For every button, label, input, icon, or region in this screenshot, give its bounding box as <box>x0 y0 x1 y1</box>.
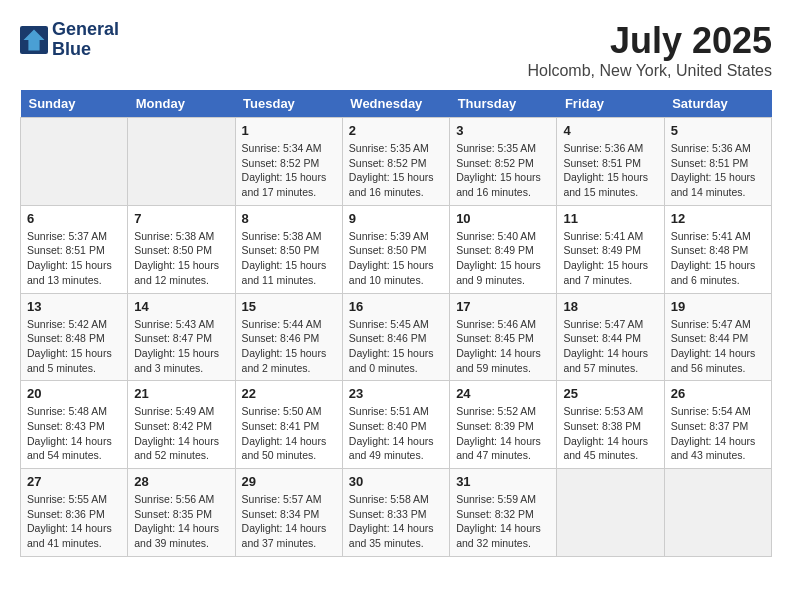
day-number: 21 <box>134 386 228 401</box>
day-info: Sunrise: 5:45 AMSunset: 8:46 PMDaylight:… <box>349 317 443 376</box>
weekday-header-wednesday: Wednesday <box>342 90 449 118</box>
calendar-cell: 28Sunrise: 5:56 AMSunset: 8:35 PMDayligh… <box>128 469 235 557</box>
day-info: Sunrise: 5:40 AMSunset: 8:49 PMDaylight:… <box>456 229 550 288</box>
day-info: Sunrise: 5:43 AMSunset: 8:47 PMDaylight:… <box>134 317 228 376</box>
day-number: 7 <box>134 211 228 226</box>
day-info: Sunrise: 5:41 AMSunset: 8:49 PMDaylight:… <box>563 229 657 288</box>
calendar-week-2: 6Sunrise: 5:37 AMSunset: 8:51 PMDaylight… <box>21 205 772 293</box>
day-number: 9 <box>349 211 443 226</box>
calendar-cell <box>21 118 128 206</box>
day-number: 19 <box>671 299 765 314</box>
calendar-cell: 25Sunrise: 5:53 AMSunset: 8:38 PMDayligh… <box>557 381 664 469</box>
weekday-header-monday: Monday <box>128 90 235 118</box>
calendar-cell: 29Sunrise: 5:57 AMSunset: 8:34 PMDayligh… <box>235 469 342 557</box>
day-number: 5 <box>671 123 765 138</box>
day-info: Sunrise: 5:35 AMSunset: 8:52 PMDaylight:… <box>349 141 443 200</box>
calendar-cell: 19Sunrise: 5:47 AMSunset: 8:44 PMDayligh… <box>664 293 771 381</box>
day-info: Sunrise: 5:52 AMSunset: 8:39 PMDaylight:… <box>456 404 550 463</box>
day-number: 8 <box>242 211 336 226</box>
calendar-body: 1Sunrise: 5:34 AMSunset: 8:52 PMDaylight… <box>21 118 772 557</box>
calendar-cell: 1Sunrise: 5:34 AMSunset: 8:52 PMDaylight… <box>235 118 342 206</box>
day-number: 20 <box>27 386 121 401</box>
calendar-week-3: 13Sunrise: 5:42 AMSunset: 8:48 PMDayligh… <box>21 293 772 381</box>
day-number: 27 <box>27 474 121 489</box>
day-info: Sunrise: 5:47 AMSunset: 8:44 PMDaylight:… <box>671 317 765 376</box>
calendar-cell: 2Sunrise: 5:35 AMSunset: 8:52 PMDaylight… <box>342 118 449 206</box>
weekday-header-sunday: Sunday <box>21 90 128 118</box>
calendar-cell: 6Sunrise: 5:37 AMSunset: 8:51 PMDaylight… <box>21 205 128 293</box>
day-info: Sunrise: 5:58 AMSunset: 8:33 PMDaylight:… <box>349 492 443 551</box>
day-number: 14 <box>134 299 228 314</box>
calendar-cell: 11Sunrise: 5:41 AMSunset: 8:49 PMDayligh… <box>557 205 664 293</box>
calendar-cell: 27Sunrise: 5:55 AMSunset: 8:36 PMDayligh… <box>21 469 128 557</box>
day-info: Sunrise: 5:42 AMSunset: 8:48 PMDaylight:… <box>27 317 121 376</box>
day-number: 10 <box>456 211 550 226</box>
day-info: Sunrise: 5:37 AMSunset: 8:51 PMDaylight:… <box>27 229 121 288</box>
day-info: Sunrise: 5:47 AMSunset: 8:44 PMDaylight:… <box>563 317 657 376</box>
day-info: Sunrise: 5:44 AMSunset: 8:46 PMDaylight:… <box>242 317 336 376</box>
calendar-cell <box>664 469 771 557</box>
calendar-cell: 22Sunrise: 5:50 AMSunset: 8:41 PMDayligh… <box>235 381 342 469</box>
day-info: Sunrise: 5:49 AMSunset: 8:42 PMDaylight:… <box>134 404 228 463</box>
logo-text: General Blue <box>52 20 119 60</box>
title-area: July 2025 Holcomb, New York, United Stat… <box>527 20 772 80</box>
day-info: Sunrise: 5:41 AMSunset: 8:48 PMDaylight:… <box>671 229 765 288</box>
day-number: 3 <box>456 123 550 138</box>
day-info: Sunrise: 5:36 AMSunset: 8:51 PMDaylight:… <box>563 141 657 200</box>
day-info: Sunrise: 5:39 AMSunset: 8:50 PMDaylight:… <box>349 229 443 288</box>
day-number: 16 <box>349 299 443 314</box>
calendar-cell: 14Sunrise: 5:43 AMSunset: 8:47 PMDayligh… <box>128 293 235 381</box>
calendar-cell: 20Sunrise: 5:48 AMSunset: 8:43 PMDayligh… <box>21 381 128 469</box>
day-number: 25 <box>563 386 657 401</box>
calendar-cell: 16Sunrise: 5:45 AMSunset: 8:46 PMDayligh… <box>342 293 449 381</box>
day-number: 29 <box>242 474 336 489</box>
day-number: 22 <box>242 386 336 401</box>
calendar-cell <box>557 469 664 557</box>
calendar-cell: 5Sunrise: 5:36 AMSunset: 8:51 PMDaylight… <box>664 118 771 206</box>
day-info: Sunrise: 5:34 AMSunset: 8:52 PMDaylight:… <box>242 141 336 200</box>
calendar-cell: 17Sunrise: 5:46 AMSunset: 8:45 PMDayligh… <box>450 293 557 381</box>
calendar-cell: 4Sunrise: 5:36 AMSunset: 8:51 PMDaylight… <box>557 118 664 206</box>
header: General Blue July 2025 Holcomb, New York… <box>20 20 772 80</box>
day-info: Sunrise: 5:59 AMSunset: 8:32 PMDaylight:… <box>456 492 550 551</box>
calendar-cell: 30Sunrise: 5:58 AMSunset: 8:33 PMDayligh… <box>342 469 449 557</box>
day-info: Sunrise: 5:38 AMSunset: 8:50 PMDaylight:… <box>242 229 336 288</box>
day-info: Sunrise: 5:48 AMSunset: 8:43 PMDaylight:… <box>27 404 121 463</box>
day-number: 6 <box>27 211 121 226</box>
day-number: 24 <box>456 386 550 401</box>
day-number: 13 <box>27 299 121 314</box>
day-number: 15 <box>242 299 336 314</box>
day-info: Sunrise: 5:53 AMSunset: 8:38 PMDaylight:… <box>563 404 657 463</box>
logo-icon <box>20 26 48 54</box>
day-number: 12 <box>671 211 765 226</box>
calendar-week-5: 27Sunrise: 5:55 AMSunset: 8:36 PMDayligh… <box>21 469 772 557</box>
calendar-cell: 24Sunrise: 5:52 AMSunset: 8:39 PMDayligh… <box>450 381 557 469</box>
calendar-cell: 26Sunrise: 5:54 AMSunset: 8:37 PMDayligh… <box>664 381 771 469</box>
day-number: 26 <box>671 386 765 401</box>
day-info: Sunrise: 5:46 AMSunset: 8:45 PMDaylight:… <box>456 317 550 376</box>
calendar-table: SundayMondayTuesdayWednesdayThursdayFrid… <box>20 90 772 557</box>
weekday-header-tuesday: Tuesday <box>235 90 342 118</box>
calendar-cell: 7Sunrise: 5:38 AMSunset: 8:50 PMDaylight… <box>128 205 235 293</box>
calendar-cell: 21Sunrise: 5:49 AMSunset: 8:42 PMDayligh… <box>128 381 235 469</box>
day-number: 18 <box>563 299 657 314</box>
day-number: 31 <box>456 474 550 489</box>
calendar-cell <box>128 118 235 206</box>
calendar-cell: 15Sunrise: 5:44 AMSunset: 8:46 PMDayligh… <box>235 293 342 381</box>
calendar-cell: 3Sunrise: 5:35 AMSunset: 8:52 PMDaylight… <box>450 118 557 206</box>
day-info: Sunrise: 5:54 AMSunset: 8:37 PMDaylight:… <box>671 404 765 463</box>
calendar-cell: 13Sunrise: 5:42 AMSunset: 8:48 PMDayligh… <box>21 293 128 381</box>
day-info: Sunrise: 5:50 AMSunset: 8:41 PMDaylight:… <box>242 404 336 463</box>
calendar-cell: 12Sunrise: 5:41 AMSunset: 8:48 PMDayligh… <box>664 205 771 293</box>
weekday-header-thursday: Thursday <box>450 90 557 118</box>
day-info: Sunrise: 5:55 AMSunset: 8:36 PMDaylight:… <box>27 492 121 551</box>
calendar-cell: 18Sunrise: 5:47 AMSunset: 8:44 PMDayligh… <box>557 293 664 381</box>
calendar-cell: 8Sunrise: 5:38 AMSunset: 8:50 PMDaylight… <box>235 205 342 293</box>
day-info: Sunrise: 5:35 AMSunset: 8:52 PMDaylight:… <box>456 141 550 200</box>
day-info: Sunrise: 5:36 AMSunset: 8:51 PMDaylight:… <box>671 141 765 200</box>
day-info: Sunrise: 5:56 AMSunset: 8:35 PMDaylight:… <box>134 492 228 551</box>
calendar-cell: 31Sunrise: 5:59 AMSunset: 8:32 PMDayligh… <box>450 469 557 557</box>
calendar-cell: 9Sunrise: 5:39 AMSunset: 8:50 PMDaylight… <box>342 205 449 293</box>
calendar-cell: 10Sunrise: 5:40 AMSunset: 8:49 PMDayligh… <box>450 205 557 293</box>
day-number: 30 <box>349 474 443 489</box>
